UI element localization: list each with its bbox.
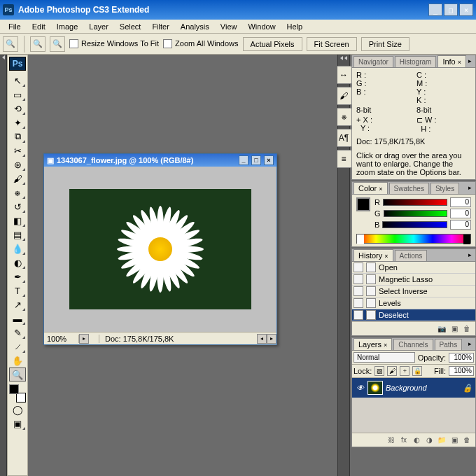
magic-wand-tool[interactable]: ✦	[9, 115, 26, 130]
toolbox-handle[interactable]	[0, 55, 7, 476]
delete-layer-icon[interactable]: 🗑	[461, 435, 472, 445]
layer-row-background[interactable]: 👁 Background 🔒	[352, 378, 475, 398]
menu-window[interactable]: Window	[242, 21, 281, 32]
blend-mode-select[interactable]: Normal	[354, 352, 415, 363]
ps-badge-icon[interactable]: Ps	[9, 57, 26, 71]
fit-screen-button[interactable]: Fit Screen	[307, 37, 357, 51]
doc-maximize-button[interactable]: □	[251, 155, 261, 165]
zoom-level-input[interactable]: 100%	[44, 335, 79, 343]
actual-pixels-button[interactable]: Actual Pixels	[243, 37, 302, 51]
history-item[interactable]: Open	[352, 262, 475, 274]
new-layer-icon[interactable]: ▣	[449, 435, 460, 445]
green-value[interactable]: 0	[450, 209, 471, 218]
maximize-button[interactable]: □	[444, 4, 458, 16]
history-item[interactable]: Select Inverse	[352, 286, 475, 298]
foreground-color-swatch[interactable]	[9, 384, 19, 394]
history-item[interactable]: Magnetic Lasso	[352, 274, 475, 286]
menu-edit[interactable]: Edit	[27, 21, 51, 32]
panel-menu-icon[interactable]: ▸	[465, 57, 474, 65]
menu-select[interactable]: Select	[114, 21, 147, 32]
red-slider[interactable]	[383, 199, 447, 206]
zoom-all-checkbox[interactable]: Zoom All Windows	[163, 39, 238, 49]
tab-color[interactable]: Color×	[354, 182, 388, 194]
crop-tool[interactable]: ⧉	[9, 130, 26, 144]
path-selection-tool[interactable]: ↗	[9, 298, 26, 312]
move-tool[interactable]: ↖	[9, 74, 26, 88]
history-item[interactable]: Levels	[352, 298, 475, 309]
lock-transparency-icon[interactable]: ▨	[374, 366, 384, 376]
menu-filter[interactable]: Filter	[146, 21, 174, 32]
print-size-button[interactable]: Print Size	[361, 37, 410, 51]
shape-tool[interactable]: ▬	[9, 312, 26, 326]
marquee-tool[interactable]: ▭	[9, 88, 26, 102]
type-tool[interactable]: T	[9, 284, 26, 298]
status-menu-icon[interactable]: ▸	[79, 334, 89, 344]
hand-tool[interactable]: ✋	[9, 354, 26, 368]
layer-visibility-icon[interactable]: 👁	[355, 383, 365, 393]
blue-slider[interactable]	[382, 221, 447, 228]
opacity-input[interactable]: 100%	[449, 353, 474, 363]
brush-tool[interactable]: 🖌	[9, 172, 26, 186]
color-swatches[interactable]	[9, 384, 26, 402]
delete-state-icon[interactable]: 🗑	[461, 324, 472, 334]
document-titlebar[interactable]: ▣ 1343067_flower.jpg @ 100% (RGB/8#) _ □…	[44, 154, 276, 167]
layer-mask-icon[interactable]: ◐	[411, 435, 422, 445]
blur-tool[interactable]: 💧	[9, 241, 26, 255]
tab-navigator[interactable]: Navigator	[354, 56, 393, 67]
zoom-in-icon[interactable]: 🔍	[30, 36, 46, 52]
screen-mode-toggle[interactable]: ▣	[9, 416, 26, 430]
tab-channels[interactable]: Channels	[393, 339, 433, 350]
blue-value[interactable]: 0	[450, 220, 471, 230]
panel-menu-icon[interactable]: ▸	[465, 340, 474, 348]
history-brush-tool[interactable]: ↺	[9, 200, 26, 214]
adjustment-layer-icon[interactable]: ◑	[424, 435, 435, 445]
resize-windows-checkbox[interactable]: Resize Windows To Fit	[69, 39, 159, 49]
document-window[interactable]: ▣ 1343067_flower.jpg @ 100% (RGB/8#) _ □…	[43, 153, 277, 345]
zoom-out-icon[interactable]: 🔍	[50, 36, 65, 52]
lock-position-icon[interactable]: +	[400, 366, 410, 376]
snapshot-icon[interactable]: 📷	[436, 324, 447, 334]
dock-handle[interactable]: ↔ 🖌 ⎈ A¶ ≡	[337, 55, 350, 476]
red-value[interactable]: 0	[450, 197, 471, 207]
menu-image[interactable]: Image	[51, 21, 84, 32]
menu-file[interactable]: File	[3, 21, 27, 32]
healing-brush-tool[interactable]: ⊛	[9, 158, 26, 172]
layer-thumbnail[interactable]	[368, 381, 383, 395]
doc-minimize-button[interactable]: _	[239, 155, 248, 165]
tab-info[interactable]: Info×	[438, 55, 466, 67]
pen-tool[interactable]: ✒	[9, 270, 26, 284]
current-tool-icon[interactable]: 🔍	[3, 36, 18, 52]
lock-all-icon[interactable]: 🔒	[412, 366, 422, 376]
lock-pixels-icon[interactable]: 🖌	[387, 366, 397, 376]
background-color-swatch[interactable]	[16, 393, 26, 402]
minimize-button[interactable]: _	[428, 4, 442, 16]
color-swatch[interactable]	[356, 197, 370, 211]
scroll-left-icon[interactable]: ◂	[257, 334, 267, 344]
tab-history[interactable]: History×	[354, 249, 393, 261]
document-canvas[interactable]	[69, 189, 251, 309]
tab-paths[interactable]: Paths	[435, 339, 463, 350]
lasso-tool[interactable]: ⟲	[9, 102, 26, 115]
menu-layer[interactable]: Layer	[83, 21, 114, 32]
eyedropper-tool[interactable]: ⟋	[9, 340, 26, 354]
panel-menu-icon[interactable]: ▸	[465, 183, 474, 192]
menu-analysis[interactable]: Analysis	[175, 21, 215, 32]
zoom-tool[interactable]: 🔍	[9, 368, 26, 382]
tab-actions[interactable]: Actions	[395, 250, 428, 261]
tab-swatches[interactable]: Swatches	[389, 183, 429, 194]
slice-tool[interactable]: ✂	[9, 144, 26, 158]
eraser-tool[interactable]: ◧	[9, 214, 26, 227]
quick-mask-toggle[interactable]: ◯	[9, 402, 26, 416]
history-item[interactable]: Deselect	[352, 309, 475, 321]
close-button[interactable]: ×	[459, 4, 473, 16]
tab-layers[interactable]: Layers×	[354, 338, 392, 350]
menu-help[interactable]: Help	[281, 21, 309, 32]
panel-menu-icon[interactable]: ▸	[465, 251, 474, 259]
green-slider[interactable]	[384, 210, 447, 217]
doc-close-button[interactable]: ×	[264, 155, 274, 165]
new-state-icon[interactable]: ▣	[449, 324, 460, 334]
dodge-tool[interactable]: ◐	[9, 255, 26, 270]
tab-styles[interactable]: Styles	[430, 183, 459, 194]
group-icon[interactable]: 📁	[436, 435, 447, 445]
clone-stamp-tool[interactable]: ⎈	[9, 186, 26, 200]
